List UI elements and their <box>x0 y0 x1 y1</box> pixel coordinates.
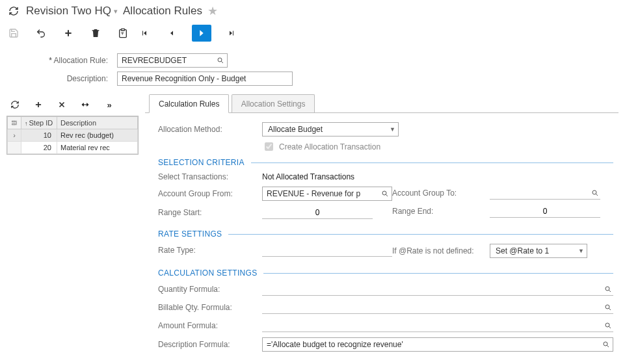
allocation-rule-label: Allocation Rule: <box>7 56 117 65</box>
row-indicator-icon <box>8 142 21 154</box>
first-icon[interactable] <box>137 26 152 40</box>
breadcrumb: Revision Two HQ ▾ Allocation Rules ★ <box>7 4 618 18</box>
steps-grid[interactable]: ↑Step ID Description › 10 Rev rec (budge… <box>7 116 139 155</box>
description-input[interactable] <box>117 72 293 86</box>
description-formula-label: Description Formula: <box>158 340 256 349</box>
section-calculation-settings: CALCULATION SETTINGS <box>158 268 613 278</box>
grid-add-icon[interactable] <box>31 98 46 112</box>
select-transactions-label: Select Transactions: <box>158 172 256 181</box>
search-icon[interactable] <box>602 341 610 348</box>
grid-toolbar: » <box>7 94 139 116</box>
svg-point-17 <box>605 287 609 291</box>
quantity-formula-input[interactable] <box>262 283 613 296</box>
svg-point-21 <box>605 323 609 327</box>
row-indicator-icon: › <box>8 129 21 142</box>
allocation-rule-input-wrap[interactable] <box>117 53 228 68</box>
search-icon[interactable] <box>591 189 599 197</box>
grid-remove-icon[interactable] <box>55 98 69 112</box>
table-row[interactable]: › 10 Rev rec (budget) <box>8 129 138 142</box>
breadcrumb-page: Allocation Rules <box>123 5 202 18</box>
chevron-down-icon: ▾ <box>114 7 118 16</box>
search-icon[interactable] <box>604 285 612 293</box>
cell-description[interactable]: Material rev rec <box>57 142 138 154</box>
cell-step-id[interactable]: 10 <box>21 129 57 142</box>
range-start-label: Range Start: <box>158 208 256 217</box>
table-row[interactable]: 20 Material rev rec <box>8 142 138 154</box>
account-group-to-input-wrap[interactable] <box>490 187 600 200</box>
allocation-method-select[interactable]: Allocate Budget ▼ <box>262 122 399 136</box>
add-icon[interactable] <box>61 26 75 40</box>
allocation-method-label: Allocation Method: <box>158 125 256 134</box>
chevron-down-icon: ▼ <box>390 126 395 133</box>
svg-line-20 <box>609 308 611 310</box>
description-formula-input[interactable] <box>262 337 613 352</box>
billable-qty-formula-label: Billable Qty. Formula: <box>158 303 256 312</box>
grid-refresh-icon[interactable] <box>8 98 22 112</box>
breadcrumb-org[interactable]: Revision Two HQ ▾ <box>26 5 118 18</box>
svg-point-13 <box>382 191 386 195</box>
svg-point-3 <box>218 58 222 62</box>
quantity-formula-label: Quantity Formula: <box>158 285 256 294</box>
grid-corner[interactable] <box>8 117 21 129</box>
search-icon[interactable] <box>217 57 224 64</box>
rate-type-label: Rate Type: <box>158 246 256 255</box>
undo-icon[interactable] <box>34 26 48 40</box>
star-icon[interactable]: ★ <box>207 4 218 18</box>
account-group-from-input-wrap[interactable] <box>262 187 392 201</box>
account-group-from-input[interactable] <box>262 187 392 201</box>
col-step-id[interactable]: ↑Step ID <box>21 117 57 129</box>
tab-allocation-settings[interactable]: Allocation Settings <box>232 94 315 112</box>
section-rate-settings: RATE SETTINGS <box>158 229 613 239</box>
main-toolbar: ▾ <box>7 21 618 48</box>
amount-formula-input[interactable] <box>262 319 613 332</box>
cell-description[interactable]: Rev rec (budget) <box>57 129 138 142</box>
chevron-down-icon: ▼ <box>578 248 584 254</box>
tab-calculation-rules[interactable]: Calculation Rules <box>149 94 229 113</box>
search-icon[interactable] <box>604 322 612 330</box>
col-description[interactable]: Description <box>57 117 138 129</box>
delete-icon[interactable] <box>88 26 103 40</box>
grid-more-icon[interactable]: » <box>101 98 116 112</box>
chevron-down-icon[interactable]: ▾ <box>121 30 124 36</box>
refresh-icon[interactable] <box>7 4 21 18</box>
svg-point-23 <box>604 342 607 346</box>
search-icon[interactable] <box>604 304 612 311</box>
svg-point-19 <box>605 305 609 309</box>
svg-line-16 <box>596 194 598 196</box>
billable-qty-formula-input[interactable] <box>262 301 613 314</box>
range-end-label: Range End: <box>392 207 483 216</box>
account-group-to-label: Account Group To: <box>392 188 483 198</box>
rate-type-input[interactable] <box>262 244 392 257</box>
prev-icon[interactable] <box>165 26 179 40</box>
svg-line-4 <box>221 61 223 63</box>
svg-rect-11 <box>12 124 16 125</box>
search-icon[interactable] <box>381 190 389 198</box>
description-label: Description: <box>7 74 117 83</box>
grid-fit-icon[interactable] <box>78 98 92 112</box>
create-alloc-tx-checkbox[interactable]: Create Allocation Transaction <box>262 140 380 153</box>
svg-line-14 <box>386 194 388 196</box>
range-end-input[interactable] <box>490 205 600 218</box>
allocation-rule-input[interactable] <box>117 53 228 68</box>
svg-line-22 <box>609 326 611 328</box>
select-transactions-value: Not Allocated Transactions <box>262 172 354 181</box>
section-selection-criteria: SELECTION CRITERIA <box>158 158 613 167</box>
next-icon[interactable] <box>192 25 211 42</box>
cell-step-id[interactable]: 20 <box>21 142 57 154</box>
account-group-to-input[interactable] <box>490 187 600 200</box>
svg-line-18 <box>609 290 611 292</box>
last-icon[interactable] <box>224 26 239 40</box>
tab-body: Allocation Method: Allocate Budget ▼ Cre… <box>145 113 618 359</box>
amount-formula-label: Amount Formula: <box>158 321 256 330</box>
account-group-from-label: Account Group From: <box>158 189 256 198</box>
tabstrip: Calculation Rules Allocation Settings <box>145 94 618 113</box>
rate-undefined-select[interactable]: Set @Rate to 1 ▼ <box>490 244 587 258</box>
record-header: Allocation Rule: Description: <box>7 48 618 94</box>
svg-point-15 <box>592 190 596 194</box>
range-start-input[interactable] <box>262 206 373 219</box>
save-icon[interactable] <box>7 26 21 40</box>
svg-line-24 <box>607 345 609 347</box>
svg-rect-10 <box>12 121 16 122</box>
rate-undefined-label: If @Rate is not defined: <box>392 246 483 255</box>
